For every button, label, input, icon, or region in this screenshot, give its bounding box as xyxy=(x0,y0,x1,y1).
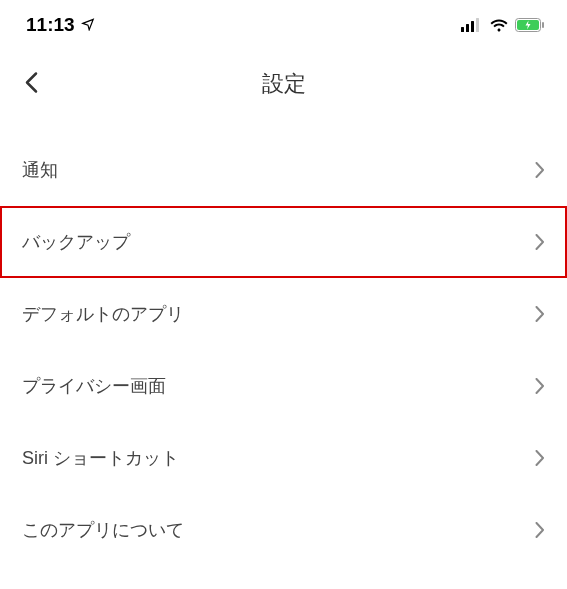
location-icon xyxy=(81,14,95,36)
list-item-label: 通知 xyxy=(22,158,58,182)
svg-rect-6 xyxy=(542,22,544,28)
chevron-right-icon xyxy=(535,522,545,538)
list-item-label: このアプリについて xyxy=(22,518,184,542)
list-item-default-app[interactable]: デフォルトのアプリ xyxy=(0,278,567,350)
chevron-right-icon xyxy=(535,378,545,394)
svg-rect-3 xyxy=(476,18,479,32)
chevron-right-icon xyxy=(535,234,545,250)
page-title: 設定 xyxy=(262,69,306,99)
signal-icon xyxy=(461,18,483,32)
list-item-about[interactable]: このアプリについて xyxy=(0,494,567,566)
list-item-label: Siri ショートカット xyxy=(22,446,179,470)
list-item-label: デフォルトのアプリ xyxy=(22,302,184,326)
list-item-label: プライバシー画面 xyxy=(22,374,166,398)
header: 設定 xyxy=(0,54,567,114)
status-time: 11:13 xyxy=(26,14,75,36)
settings-list: 通知 バックアップ デフォルトのアプリ プライバシー画面 Siri ショートカッ… xyxy=(0,134,567,566)
list-item-privacy[interactable]: プライバシー画面 xyxy=(0,350,567,422)
chevron-right-icon xyxy=(535,306,545,322)
status-bar: 11:13 xyxy=(0,0,567,44)
chevron-right-icon xyxy=(535,450,545,466)
battery-icon xyxy=(515,18,545,32)
list-item-backup[interactable]: バックアップ xyxy=(0,206,567,278)
status-left: 11:13 xyxy=(26,14,95,36)
svg-rect-2 xyxy=(471,21,474,32)
back-button[interactable] xyxy=(16,64,46,105)
wifi-icon xyxy=(489,18,509,32)
list-item-label: バックアップ xyxy=(22,230,130,254)
chevron-right-icon xyxy=(535,162,545,178)
chevron-left-icon xyxy=(24,72,38,97)
list-item-notifications[interactable]: 通知 xyxy=(0,134,567,206)
list-item-siri[interactable]: Siri ショートカット xyxy=(0,422,567,494)
svg-rect-1 xyxy=(466,24,469,32)
status-right xyxy=(461,18,545,32)
svg-rect-0 xyxy=(461,27,464,32)
